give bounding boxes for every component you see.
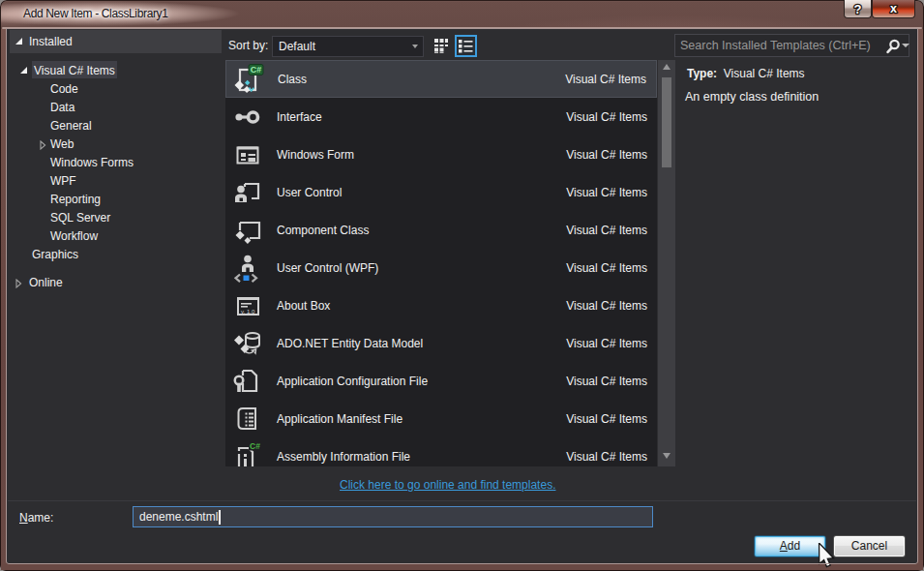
svg-text:?: ? xyxy=(854,2,862,16)
svg-text:x: x xyxy=(890,2,897,15)
svg-text:v. 1.0: v. 1.0 xyxy=(241,309,255,315)
svg-text:C#: C# xyxy=(250,441,260,451)
svg-text:C#: C# xyxy=(251,65,262,75)
